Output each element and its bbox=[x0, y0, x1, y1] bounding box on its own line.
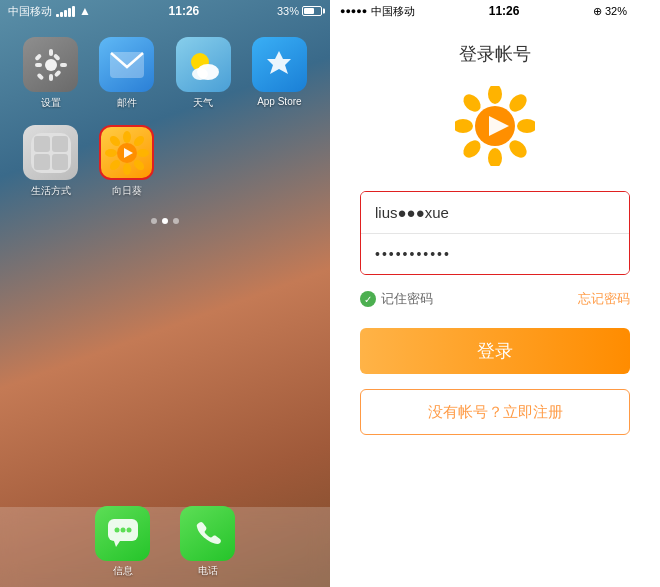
battery-percent-left: 33% bbox=[277, 5, 299, 17]
app-grid: 设置 邮件 天气 bbox=[0, 27, 330, 208]
app-appstore[interactable]: App Store bbox=[244, 37, 315, 110]
svg-point-40 bbox=[506, 137, 530, 161]
svg-point-34 bbox=[488, 148, 502, 166]
settings-label: 设置 bbox=[41, 96, 61, 110]
svg-point-32 bbox=[126, 527, 131, 532]
messages-label: 信息 bbox=[113, 564, 133, 578]
svg-point-12 bbox=[192, 68, 208, 80]
login-button-label: 登录 bbox=[477, 339, 513, 363]
remember-password[interactable]: ✓ 记住密码 bbox=[360, 290, 433, 308]
battery-icon-right bbox=[630, 6, 650, 16]
weather-label: 天气 bbox=[193, 96, 213, 110]
svg-rect-8 bbox=[36, 72, 44, 80]
login-content: 登录帐号 bbox=[330, 22, 660, 587]
right-status-bar: ●●●●● 中国移动 11:26 ⊕ 32% bbox=[330, 0, 660, 22]
left-status-right: 33% bbox=[277, 5, 322, 17]
appstore-icon bbox=[252, 37, 307, 92]
right-status-right: ⊕ 32% bbox=[593, 5, 650, 18]
svg-rect-6 bbox=[53, 69, 61, 77]
svg-point-31 bbox=[120, 527, 125, 532]
svg-point-19 bbox=[123, 163, 131, 175]
charging-icon: ⊕ bbox=[593, 5, 602, 18]
password-input[interactable] bbox=[361, 234, 629, 274]
svg-point-39 bbox=[460, 137, 484, 161]
sunflower-icon bbox=[99, 125, 154, 180]
svg-point-35 bbox=[455, 119, 473, 133]
right-phone: ●●●●● 中国移动 11:26 ⊕ 32% 登录帐号 bbox=[330, 0, 660, 587]
svg-marker-29 bbox=[114, 541, 120, 547]
svg-rect-4 bbox=[60, 63, 67, 67]
left-status-left: 中国移动 ▲ bbox=[8, 4, 91, 19]
app-mail[interactable]: 邮件 bbox=[91, 37, 162, 110]
svg-rect-5 bbox=[34, 53, 42, 61]
battery-percent-right: 32% bbox=[605, 5, 627, 17]
login-logo bbox=[455, 86, 535, 166]
weather-icon bbox=[176, 37, 231, 92]
carrier-right: 中国移动 bbox=[371, 4, 415, 19]
svg-point-18 bbox=[123, 131, 131, 143]
svg-point-36 bbox=[517, 119, 535, 133]
svg-rect-3 bbox=[35, 63, 42, 67]
mail-icon bbox=[99, 37, 154, 92]
app-lifestyle[interactable]: 生活方式 bbox=[15, 125, 86, 198]
left-time: 11:26 bbox=[169, 4, 200, 18]
right-status-left: ●●●●● 中国移动 bbox=[340, 4, 415, 19]
login-options: ✓ 记住密码 忘记密码 bbox=[360, 290, 630, 308]
messages-icon bbox=[95, 506, 150, 561]
dock-phone[interactable]: 电话 bbox=[180, 506, 235, 578]
register-button[interactable]: 没有帐号？立即注册 bbox=[360, 389, 630, 435]
signal-icon bbox=[56, 5, 75, 17]
svg-point-38 bbox=[506, 91, 530, 115]
app-sunflower[interactable]: 向日葵 bbox=[91, 125, 162, 198]
svg-point-0 bbox=[45, 59, 57, 71]
dock: 信息 电话 bbox=[0, 507, 330, 587]
login-title: 登录帐号 bbox=[459, 42, 531, 66]
battery-icon-left bbox=[302, 6, 322, 16]
lifestyle-label: 生活方式 bbox=[31, 184, 71, 198]
phone-icon bbox=[180, 506, 235, 561]
settings-icon bbox=[23, 37, 78, 92]
lifestyle-icon bbox=[23, 125, 78, 180]
page-dots bbox=[0, 218, 330, 224]
right-time: 11:26 bbox=[489, 4, 520, 18]
sunflower-label: 向日葵 bbox=[112, 184, 142, 198]
svg-point-37 bbox=[460, 91, 484, 115]
svg-point-20 bbox=[105, 149, 117, 157]
remember-label: 记住密码 bbox=[381, 290, 433, 308]
svg-rect-14 bbox=[34, 136, 50, 152]
app-weather[interactable]: 天气 bbox=[168, 37, 239, 110]
register-button-label: 没有帐号？立即注册 bbox=[428, 403, 563, 422]
phone-label: 电话 bbox=[198, 564, 218, 578]
svg-point-21 bbox=[137, 149, 149, 157]
login-button[interactable]: 登录 bbox=[360, 328, 630, 374]
left-phone: 中国移动 ▲ 11:26 33% bbox=[0, 0, 330, 587]
wifi-icon: ▲ bbox=[79, 4, 91, 18]
svg-rect-17 bbox=[52, 154, 68, 170]
forgot-password[interactable]: 忘记密码 bbox=[578, 290, 630, 308]
dock-messages[interactable]: 信息 bbox=[95, 506, 150, 578]
carrier-left: 中国移动 bbox=[8, 4, 52, 19]
svg-rect-1 bbox=[49, 49, 53, 56]
svg-rect-16 bbox=[34, 154, 50, 170]
mail-label: 邮件 bbox=[117, 96, 137, 110]
app-settings[interactable]: 设置 bbox=[15, 37, 86, 110]
left-status-bar: 中国移动 ▲ 11:26 33% bbox=[0, 0, 330, 22]
svg-point-33 bbox=[488, 86, 502, 104]
svg-rect-15 bbox=[52, 136, 68, 152]
svg-rect-2 bbox=[49, 74, 53, 81]
username-input[interactable] bbox=[361, 192, 629, 234]
check-icon: ✓ bbox=[360, 291, 376, 307]
login-fields bbox=[360, 191, 630, 275]
svg-point-30 bbox=[114, 527, 119, 532]
dots-icon: ●●●●● bbox=[340, 6, 367, 16]
appstore-label: App Store bbox=[257, 96, 301, 107]
